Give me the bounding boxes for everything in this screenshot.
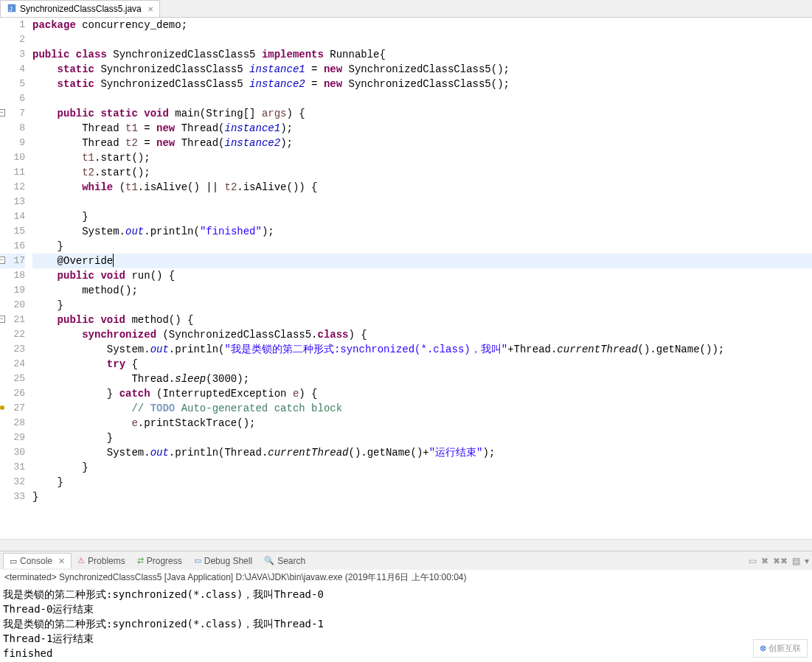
- code-area[interactable]: package concurrency_demo;public class Sy…: [30, 18, 812, 539]
- debug-shell-icon: ▭: [194, 556, 201, 565]
- tab-progress[interactable]: ⇄ Progress: [131, 554, 188, 568]
- remove-all-icon[interactable]: ✖: [761, 556, 768, 566]
- tab-console[interactable]: ▭ Console ✕: [3, 553, 72, 568]
- editor-tab-bar: J SynchronizedClassClass5.java ✕: [0, 0, 812, 18]
- remove-launch-icon[interactable]: ▭: [749, 556, 757, 566]
- tab-search[interactable]: 🔍 Search: [258, 554, 311, 568]
- svg-text:J: J: [10, 4, 13, 12]
- console-status: <terminated> SynchronizedClassClass5 [Ja…: [0, 570, 812, 585]
- tab-debug-shell[interactable]: ▭ Debug Shell: [188, 554, 258, 568]
- bottom-tab-bar: ▭ Console ✕ ⚠ Problems ⇄ Progress ▭ Debu…: [0, 551, 812, 570]
- console-toolbar: ▭ ✖ ✖✖ ▤ ▾: [749, 556, 809, 566]
- java-file-icon: J: [7, 3, 17, 15]
- tab-problems[interactable]: ⚠ Problems: [72, 554, 131, 568]
- progress-icon: ⇄: [137, 556, 144, 565]
- horizontal-scrollbar[interactable]: [0, 539, 812, 551]
- problems-icon: ⚠: [77, 556, 85, 565]
- terminate-all-icon[interactable]: ✖✖: [773, 556, 788, 566]
- clear-console-icon[interactable]: ▤: [792, 556, 800, 566]
- line-number-gutter: 123456−78910111213141516−17181920−212223…: [0, 18, 30, 539]
- search-icon: 🔍: [264, 556, 274, 565]
- close-icon[interactable]: ✕: [148, 5, 153, 13]
- close-icon[interactable]: ✕: [58, 557, 65, 566]
- code-editor[interactable]: 123456−78910111213141516−17181920−212223…: [0, 18, 812, 539]
- editor-tab[interactable]: J SynchronizedClassClass5.java ✕: [0, 0, 160, 17]
- watermark-logo: ⊗ 创新互联: [753, 639, 808, 658]
- console-output[interactable]: 我是类锁的第二种形式:synchronized(*.class)，我叫Threa…: [0, 585, 812, 662]
- console-icon: ▭: [10, 557, 17, 566]
- pin-console-icon[interactable]: ▾: [805, 556, 809, 566]
- tab-filename: SynchronizedClassClass5.java: [20, 4, 142, 14]
